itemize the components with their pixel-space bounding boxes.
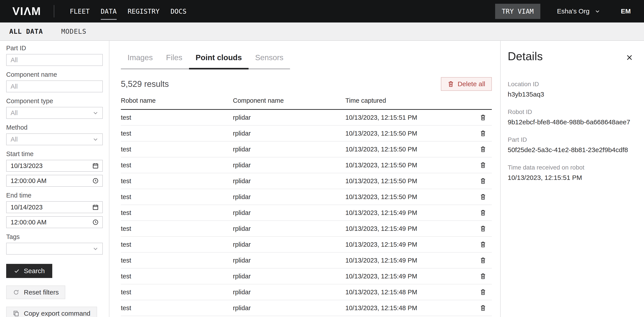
details-field-label: Location ID [508, 81, 635, 88]
trash-icon [480, 114, 486, 121]
end-time-input[interactable]: 12:00:00 AM [6, 216, 103, 228]
method-select[interactable]: All [6, 133, 103, 145]
nav-item[interactable]: DOCS [170, 0, 186, 22]
reset-filters-label: Reset filters [24, 289, 59, 296]
table-row[interactable]: test rplidar 10/13/2023, 12:15:49 PM [121, 221, 492, 237]
data-type-tab-label: Sensors [255, 53, 284, 62]
table-row[interactable]: test rplidar 10/13/2023, 12:15:50 PM [121, 126, 492, 142]
row-delete-button[interactable] [478, 208, 488, 218]
subnav-tab-label: MODELS [61, 27, 86, 35]
trash-icon [480, 289, 486, 296]
data-type-tab[interactable]: Files [160, 53, 189, 68]
data-type-tab[interactable]: Images [121, 53, 160, 68]
nav-item[interactable]: REGISTRY [128, 0, 160, 22]
trash-icon [480, 225, 486, 232]
table-row[interactable]: test rplidar 10/13/2023, 12:15:48 PM [121, 300, 492, 316]
start-date-input[interactable]: 10/13/2023 [6, 160, 103, 172]
org-switcher[interactable]: Esha's Org [557, 7, 600, 15]
subnav-tab[interactable]: ALL DATA [9, 27, 43, 35]
table-row[interactable]: test rplidar 10/13/2023, 12:15:49 PM [121, 237, 492, 253]
nav-item[interactable]: DATA [101, 0, 117, 22]
data-type-tab-label: Point clouds [196, 53, 242, 62]
details-field-value: h3yb135aq3 [508, 90, 635, 98]
tags-select[interactable] [6, 243, 103, 255]
primary-nav: FLEET DATA REGISTRY DOCS [70, 0, 186, 22]
trash-icon [480, 162, 486, 169]
row-delete-button[interactable] [478, 303, 488, 313]
nav-item-label: REGISTRY [128, 7, 160, 15]
subnav-tab[interactable]: MODELS [61, 27, 86, 35]
nav-item[interactable]: FLEET [70, 0, 90, 22]
cell-component-name: rplidar [233, 130, 346, 137]
part-id-input[interactable] [6, 54, 103, 66]
cell-time-captured: 10/13/2023, 12:15:49 PM [346, 209, 474, 217]
end-date-value: 10/14/2023 [10, 204, 42, 211]
cell-robot-name: test [121, 146, 233, 153]
cell-time-captured: 10/13/2023, 12:15:50 PM [346, 177, 474, 185]
subnav-tab-label: ALL DATA [9, 27, 43, 35]
cell-time-captured: 10/13/2023, 12:15:48 PM [346, 289, 474, 296]
row-delete-button[interactable] [478, 271, 488, 281]
cell-component-name: rplidar [233, 257, 346, 264]
clock-icon [92, 219, 99, 226]
check-icon [14, 268, 20, 274]
trash-icon [480, 146, 486, 153]
table-row[interactable]: test rplidar 10/13/2023, 12:15:51 PM [121, 110, 492, 126]
cell-component-name: rplidar [233, 177, 346, 185]
details-field-label: Robot ID [508, 108, 635, 115]
chevron-down-icon [92, 110, 99, 116]
column-header-time-captured: Time captured [346, 97, 474, 104]
cell-time-captured: 10/13/2023, 12:15:50 PM [346, 193, 474, 201]
copy-export-command-button[interactable]: Copy export command [6, 307, 97, 317]
table-row[interactable]: test rplidar 10/13/2023, 12:15:48 PM [121, 284, 492, 300]
column-header-component-name: Component name [233, 97, 346, 104]
cell-robot-name: test [121, 162, 233, 169]
cell-time-captured: 10/13/2023, 12:15:50 PM [346, 162, 474, 169]
component-name-input[interactable] [6, 80, 103, 92]
cell-component-name: rplidar [233, 209, 346, 217]
trash-icon [480, 273, 486, 280]
end-date-input[interactable]: 10/14/2023 [6, 201, 103, 213]
chevron-down-icon [92, 136, 99, 143]
reset-filters-button[interactable]: Reset filters [6, 286, 65, 299]
trash-icon [480, 305, 486, 312]
row-delete-button[interactable] [478, 176, 488, 186]
component-type-select[interactable]: All [6, 107, 103, 119]
row-delete-button[interactable] [478, 287, 488, 297]
row-delete-button[interactable] [478, 144, 488, 154]
data-type-tab[interactable]: Sensors [248, 53, 290, 68]
table-row[interactable]: test rplidar 10/13/2023, 12:15:49 PM [121, 269, 492, 284]
row-delete-button[interactable] [478, 160, 488, 170]
data-type-tab[interactable]: Point clouds [189, 53, 248, 68]
close-icon [626, 53, 634, 61]
table-row[interactable]: test rplidar 10/13/2023, 12:15:50 PM [121, 157, 492, 173]
close-details-button[interactable] [624, 52, 635, 64]
data-type-tab-label: Images [128, 53, 153, 62]
table-row[interactable]: test rplidar 10/13/2023, 12:15:49 PM [121, 253, 492, 269]
cell-robot-name: test [121, 114, 233, 121]
row-delete-button[interactable] [478, 224, 488, 234]
details-panel: Details Location ID h3yb135aq3 Robot ID … [500, 41, 644, 317]
table-row[interactable]: test rplidar 10/13/2023, 12:15:50 PM [121, 173, 492, 189]
avatar[interactable]: EM [621, 7, 631, 15]
row-delete-button[interactable] [478, 240, 488, 249]
component-type-label: Component type [6, 97, 103, 105]
row-delete-button[interactable] [478, 128, 488, 138]
delete-all-button[interactable]: Delete all [441, 77, 492, 91]
calendar-icon [92, 204, 99, 211]
row-delete-button[interactable] [478, 256, 488, 265]
start-date-value: 10/13/2023 [10, 162, 42, 170]
table-row[interactable]: test rplidar 10/13/2023, 12:15:50 PM [121, 142, 492, 157]
row-delete-button[interactable] [478, 192, 488, 202]
org-name: Esha's Org [557, 7, 590, 15]
try-viam-button[interactable]: TRY VIAM [495, 4, 540, 19]
row-delete-button[interactable] [478, 113, 488, 122]
data-panel: Images Files Point clouds Sensors 5,529 … [110, 41, 500, 317]
table-row[interactable]: test rplidar 10/13/2023, 12:15:49 PM [121, 205, 492, 221]
method-value: All [10, 136, 18, 143]
start-time-input[interactable]: 12:00:00 AM [6, 175, 103, 187]
cell-time-captured: 10/13/2023, 12:15:50 PM [346, 130, 474, 137]
search-button[interactable]: Search [6, 264, 52, 278]
table-row[interactable]: test rplidar 10/13/2023, 12:15:50 PM [121, 189, 492, 205]
cell-robot-name: test [121, 225, 233, 232]
